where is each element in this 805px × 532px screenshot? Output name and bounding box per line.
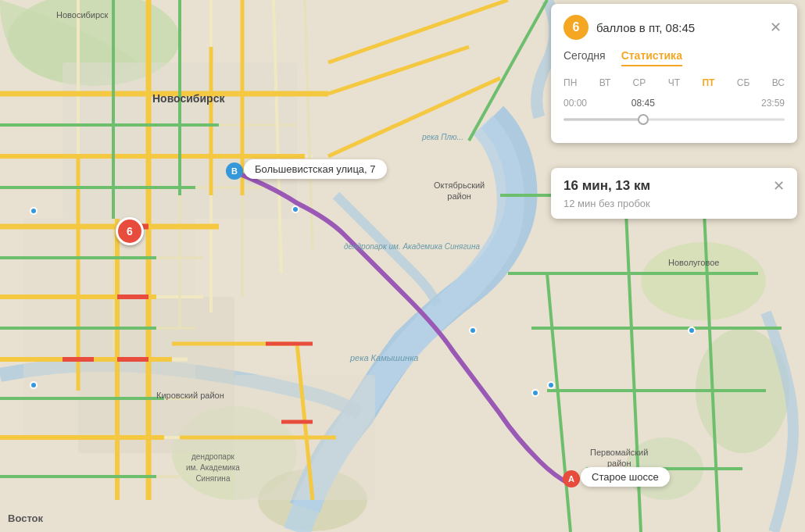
tab-today[interactable]: Сегодня bbox=[564, 49, 606, 66]
day-tue[interactable]: ВТ bbox=[599, 77, 611, 88]
address-bubble-b: Большевистская улица, 7 bbox=[244, 159, 387, 179]
road-dot-2 bbox=[30, 381, 38, 389]
slider-filled bbox=[564, 119, 643, 121]
route-no-traffic: 12 мин без пробок bbox=[564, 198, 785, 209]
time-start: 00:00 bbox=[564, 98, 587, 109]
bottom-left-label: Восток bbox=[8, 512, 43, 524]
day-fri[interactable]: ПТ bbox=[702, 77, 714, 88]
days-row: ПН ВТ СР ЧТ ПТ СБ ВС bbox=[564, 77, 785, 88]
svg-rect-9 bbox=[78, 297, 234, 453]
svg-point-2 bbox=[641, 242, 766, 320]
route-panel: 16 мин, 13 км ✕ 12 мин без пробок bbox=[551, 168, 797, 219]
road-dot-3 bbox=[547, 381, 555, 389]
road-dot-1 bbox=[30, 207, 38, 215]
day-wed[interactable]: СР bbox=[633, 77, 646, 88]
route-close-button[interactable]: ✕ bbox=[773, 177, 785, 195]
traffic-panel: 6 баллов в пт, 08:45 ✕ Сегодня Статистик… bbox=[551, 4, 797, 143]
day-mon[interactable]: ПН bbox=[564, 77, 577, 88]
route-dot-3 bbox=[531, 389, 539, 397]
route-dot-1 bbox=[292, 205, 299, 213]
time-slider[interactable]: 08:45 bbox=[564, 112, 785, 127]
waypoint-b[interactable]: В bbox=[226, 162, 243, 180]
route-dot-2 bbox=[469, 327, 477, 334]
day-sun[interactable]: ВС bbox=[772, 77, 785, 88]
day-sat[interactable]: СБ bbox=[737, 77, 750, 88]
time-end: 23:59 bbox=[761, 98, 785, 109]
map-container: Новосибирск Новосибирск Октябрьскийрайон… bbox=[0, 0, 805, 532]
day-thu[interactable]: ЧТ bbox=[668, 77, 680, 88]
route-header: 16 мин, 13 км ✕ bbox=[564, 177, 785, 195]
time-range-row: 00:00 23:59 bbox=[564, 98, 785, 109]
traffic-close-button[interactable]: ✕ bbox=[767, 19, 785, 36]
slider-value-label: 08:45 bbox=[630, 98, 657, 109]
traffic-header: 6 баллов в пт, 08:45 ✕ bbox=[564, 15, 785, 40]
traffic-tabs: Сегодня Статистика bbox=[564, 49, 785, 66]
tab-statistics[interactable]: Статистика bbox=[621, 49, 682, 66]
traffic-score: 6 bbox=[573, 20, 580, 34]
slider-thumb[interactable] bbox=[638, 114, 649, 125]
traffic-score-badge: 6 bbox=[564, 15, 589, 40]
map-traffic-score: 6 bbox=[116, 217, 144, 245]
traffic-title: баллов в пт, 08:45 bbox=[596, 21, 767, 34]
road-dot-4 bbox=[688, 327, 696, 334]
address-bubble-a: Старое шоссе bbox=[581, 467, 670, 487]
waypoint-a[interactable]: А bbox=[563, 470, 580, 487]
route-time-distance: 16 мин, 13 км bbox=[564, 178, 650, 194]
